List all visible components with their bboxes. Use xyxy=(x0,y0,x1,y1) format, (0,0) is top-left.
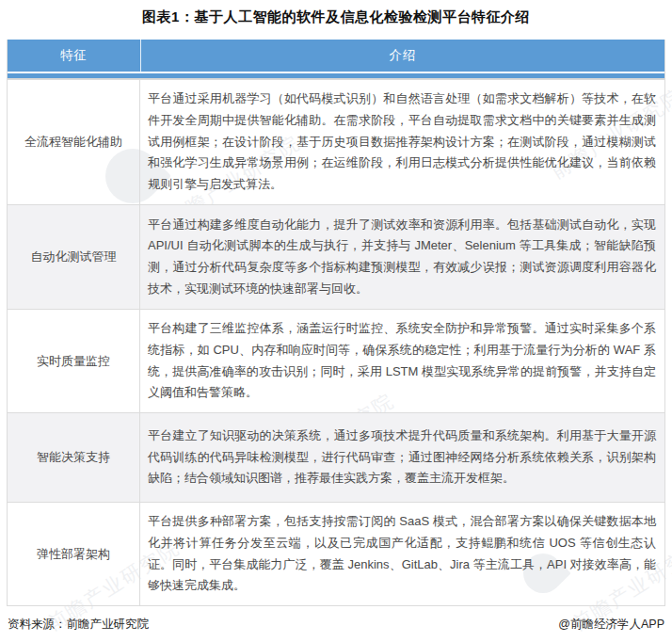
brand-note: @前瞻经济学人APP xyxy=(558,617,664,633)
description-cell: 平台通过构建多维度自动化能力，提升了测试效率和资源利用率。包括基础测试自动化，实… xyxy=(140,205,664,309)
page-title: 图表1：基于人工智能的软件及信息化检验检测平台特征介绍 xyxy=(0,0,672,26)
feature-cell: 自动化测试管理 xyxy=(8,205,140,309)
description-cell: 平台提供多种部署方案，包括支持按需订阅的 SaaS 模式，混合部署方案以确保关键… xyxy=(140,503,664,605)
feature-cell: 实时质量监控 xyxy=(8,310,140,412)
footer: 资料来源：前瞻产业研究院 @前瞻经济学人APP xyxy=(0,617,672,633)
description-cell: 平台构建了三维监控体系，涵盖运行时监控、系统安全防护和异常预警。通过实时采集多个… xyxy=(140,310,664,412)
table-row: 实时质量监控 平台构建了三维监控体系，涵盖运行时监控、系统安全防护和异常预警。通… xyxy=(8,309,664,412)
column-header-feature: 特征 xyxy=(8,40,141,73)
table-row: 弹性部署架构 平台提供多种部署方案，包括支持按需订阅的 SaaS 模式，混合部署… xyxy=(8,502,664,605)
table-row: 智能决策支持 平台建立了知识驱动的决策系统，通过多项技术提升代码质量和系统架构。… xyxy=(8,412,664,502)
page: 前瞻产业研究院 前瞻产业研究院 前瞻产业研究院 前瞻产业研究院 前瞻产业研究院 … xyxy=(0,0,672,642)
feature-table: 特征 介绍 全流程智能化辅助 平台通过采用机器学习（如代码模式识别）和自然语言处… xyxy=(7,40,665,606)
feature-cell: 智能决策支持 xyxy=(8,413,140,502)
table-row: 全流程智能化辅助 平台通过采用机器学习（如代码模式识别）和自然语言处理（如需求文… xyxy=(8,79,664,204)
description-cell: 平台建立了知识驱动的决策系统，通过多项技术提升代码质量和系统架构。利用基于大量开… xyxy=(140,413,664,502)
source-note: 资料来源：前瞻产业研究院 xyxy=(8,617,149,633)
column-header-description: 介绍 xyxy=(141,40,664,73)
table-row: 自动化测试管理 平台通过构建多维度自动化能力，提升了测试效率和资源利用率。包括基… xyxy=(8,204,664,309)
table-header-row: 特征 介绍 xyxy=(8,40,664,73)
feature-cell: 全流程智能化辅助 xyxy=(8,80,140,204)
description-cell: 平台通过采用机器学习（如代码模式识别）和自然语言处理（如需求文档解析）等技术，在… xyxy=(140,80,664,204)
feature-cell: 弹性部署架构 xyxy=(8,503,140,605)
